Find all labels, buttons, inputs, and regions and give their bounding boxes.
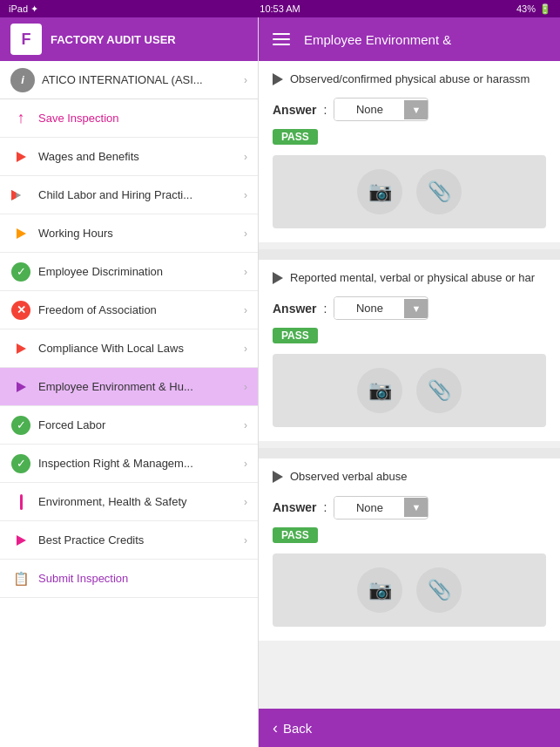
attachment-button-2[interactable]: 📎 (416, 368, 462, 413)
sidebar-item-label-association: Freedom of Association (38, 303, 244, 316)
attachment-button-3[interactable]: 📎 (416, 567, 462, 613)
best-chevron-icon: › (244, 534, 247, 547)
status-bar-left: iPad ✦ (9, 3, 38, 15)
right-panel: Employee Environment & Observed/confirme… (259, 17, 560, 747)
forced-icon: ✓ (10, 415, 31, 436)
answer-colon-3: : (324, 500, 327, 514)
laws-icon (10, 338, 31, 359)
back-chevron-icon: ‹ (273, 719, 278, 737)
answer-dropdown-btn-1[interactable]: ▼ (404, 100, 428, 119)
child-chevron-icon: › (244, 189, 247, 201)
answer-label-3: Answer (273, 500, 317, 514)
paperclip-icon-1: 📎 (428, 180, 451, 203)
status-bar: iPad ✦ 10:53 AM 43% 🔋 (0, 0, 560, 17)
camera-icon-3: 📷 (368, 579, 392, 601)
sidebar-item-save[interactable]: ↑ Save Inspection (0, 99, 258, 138)
answer-value-1: None (334, 98, 404, 120)
sidebar-item-best[interactable]: Best Practice Credits › (0, 521, 258, 560)
sidebar-header-title: FACTORY AUDIT USER (51, 33, 176, 46)
inspection-icon: ✓ (10, 453, 31, 474)
hamburger-menu-icon[interactable] (273, 33, 290, 45)
answer-row-1: Answer : None ▼ (273, 98, 546, 121)
sidebar-item-forced[interactable]: ✓ Forced Labor › (0, 406, 258, 445)
sidebar-item-wages[interactable]: Wages and Benefits › (0, 138, 258, 176)
camera-icon-1: 📷 (368, 180, 392, 203)
camera-button-1[interactable]: 📷 (357, 169, 402, 214)
sidebar-item-inspection[interactable]: ✓ Inspection Right & Managem... › (0, 445, 258, 483)
laws-chevron-icon: › (244, 343, 247, 355)
answer-colon-2: : (324, 302, 327, 316)
sidebar-item-health[interactable]: Environment, Health & Safety › (0, 483, 258, 521)
sidebar: F FACTORY AUDIT USER i ATICO INTERNATION… (0, 17, 259, 747)
answer-row-2: Answer : None ▼ (273, 296, 546, 320)
sidebar-item-child[interactable]: Child Labor and Hiring Practi... › (0, 176, 258, 214)
main-layout: F FACTORY AUDIT USER i ATICO INTERNATION… (0, 17, 560, 747)
wages-chevron-icon: › (244, 151, 247, 163)
question-text-2: Reported mental, verbal or physical abus… (290, 270, 535, 286)
right-panel-title: Employee Environment & (304, 32, 451, 47)
question-text-3: Observed verbal abuse (290, 469, 407, 485)
sidebar-item-label-save: Save Inspection (38, 112, 247, 125)
sidebar-company[interactable]: i ATICO INTERNATIONAL (ASI... › (0, 61, 258, 99)
sidebar-header: F FACTORY AUDIT USER (0, 17, 258, 61)
answer-select-3[interactable]: None ▼ (334, 496, 428, 520)
paperclip-icon-2: 📎 (428, 379, 451, 402)
discrimination-chevron-icon: › (244, 266, 247, 278)
answer-dropdown-btn-2[interactable]: ▼ (404, 299, 428, 318)
question-text-1: Observed/confirmed physical abuse or har… (290, 71, 530, 87)
hamburger-line-2 (273, 38, 290, 40)
sidebar-item-laws[interactable]: Compliance With Local Laws › (0, 329, 258, 368)
pass-badge-1: PASS (273, 129, 318, 145)
right-header: Employee Environment & (259, 17, 560, 61)
submit-icon: 📋 (10, 568, 31, 589)
company-icon: i (10, 68, 35, 92)
status-bar-time: 10:53 AM (260, 3, 300, 14)
question-title-1: Observed/confirmed physical abuse or har… (273, 71, 546, 87)
best-icon (10, 530, 31, 551)
sidebar-item-association[interactable]: ✕ Freedom of Association › (0, 291, 258, 329)
ipad-label: iPad ✦ (9, 3, 38, 15)
back-label: Back (283, 721, 312, 736)
question-block-3: Observed verbal abuse Answer : None ▼ PA… (259, 458, 560, 640)
inspection-chevron-icon: › (244, 458, 247, 470)
sidebar-item-hours[interactable]: Working Hours › (0, 214, 258, 253)
question-arrow-icon-3 (273, 471, 283, 483)
battery-label: 43% (516, 3, 536, 14)
back-bar[interactable]: ‹ Back (259, 709, 560, 747)
save-icon: ↑ (10, 108, 31, 129)
attachment-button-1[interactable]: 📎 (416, 169, 462, 214)
sidebar-item-environment[interactable]: Employee Environment & Hu... › (0, 368, 258, 406)
answer-select-1[interactable]: None ▼ (334, 98, 428, 121)
answer-dropdown-btn-3[interactable]: ▼ (404, 498, 428, 517)
camera-button-3[interactable]: 📷 (357, 567, 402, 613)
spacer-1 (259, 249, 560, 260)
camera-button-2[interactable]: 📷 (357, 368, 402, 413)
answer-row-3: Answer : None ▼ (273, 496, 546, 520)
pass-badge-2: PASS (273, 328, 318, 343)
sidebar-item-label-health: Environment, Health & Safety (38, 495, 244, 508)
association-icon: ✕ (10, 300, 31, 321)
avatar: F (10, 24, 42, 55)
pass-badge-3: PASS (273, 527, 318, 543)
answer-select-2[interactable]: None ▼ (334, 296, 428, 320)
hours-chevron-icon: › (244, 227, 247, 240)
association-chevron-icon: › (244, 304, 247, 316)
answer-value-3: None (334, 497, 404, 519)
company-name: ATICO INTERNATIONAL (ASI... (42, 73, 244, 86)
question-arrow-icon-1 (273, 73, 283, 85)
sidebar-item-discrimination[interactable]: ✓ Employee Discrimination › (0, 253, 258, 291)
sidebar-item-submit[interactable]: 📋 Submit Inspection (0, 560, 258, 598)
sidebar-item-label-discrimination: Employee Discrimination (38, 265, 244, 278)
child-icon (10, 185, 31, 206)
health-chevron-icon: › (244, 496, 247, 508)
hamburger-line-1 (273, 33, 290, 35)
forced-chevron-icon: › (244, 419, 247, 431)
battery-icon: 🔋 (539, 3, 551, 15)
question-block-1: Observed/confirmed physical abuse or har… (259, 61, 560, 242)
wages-icon (10, 146, 31, 167)
media-row-3: 📷 📎 (273, 553, 546, 627)
status-bar-right: 43% 🔋 (516, 3, 551, 15)
company-chevron-icon: › (244, 74, 247, 86)
answer-value-2: None (334, 297, 404, 319)
info-icon: i (21, 73, 24, 86)
